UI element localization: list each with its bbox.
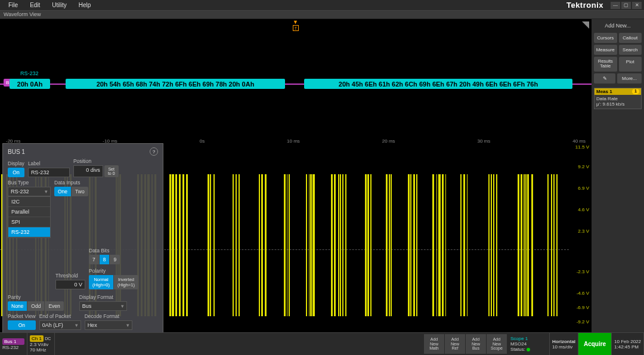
databits-9[interactable]: 9 (110, 255, 120, 264)
bus1-badge[interactable]: Bus 1 RS-232 (0, 333, 27, 355)
more-button[interactable]: More... (617, 73, 642, 84)
close-button[interactable]: ✕ (632, 2, 642, 9)
display-on-button[interactable]: On (8, 168, 24, 177)
waveform-title: Waveform View (0, 11, 644, 19)
datainputs-one[interactable]: One (54, 187, 72, 196)
bus-type-select[interactable]: RS-232 (8, 187, 51, 196)
measurement-box[interactable]: Meas 11 Data Rate μ': 9.615 kb/s (594, 88, 642, 109)
bottom-bar: Bus 1 RS-232 Ch 1 DC 2.3 V/div 70 MHz Ad… (0, 332, 644, 355)
decode-segment: 20h 54h 65h 68h 74h 72h 6Fh 6Eh 69h 78h … (66, 79, 285, 89)
results-table-button[interactable]: Results Table (594, 57, 617, 72)
side-header: Add New... (594, 21, 642, 31)
scope-info[interactable]: Scope 1 MSO24 Status: (508, 333, 550, 355)
add-bus-button[interactable]: Add New Bus (466, 334, 486, 354)
menu-utility[interactable]: Utility (46, 1, 72, 10)
bus-settings-panel: BUS 1 ? Display On Label RS-232 Position… (2, 143, 163, 332)
databits-8[interactable]: 8 (100, 255, 110, 264)
bustype-opt-rs232[interactable]: RS-232 (8, 227, 50, 237)
set-to-zero-button[interactable]: Set to 0 (104, 165, 119, 177)
minimize-button[interactable]: — (611, 2, 620, 9)
draw-button[interactable]: ✎ (594, 73, 615, 84)
bustype-opt-spi[interactable]: SPI (8, 217, 50, 227)
add-math-button[interactable]: Add New Math (424, 334, 444, 354)
menu-file[interactable]: File (2, 1, 24, 10)
brand-logo: Tektronix (566, 1, 607, 10)
parity-odd[interactable]: Odd (27, 301, 45, 311)
trigger-marker: ▼ T (293, 19, 299, 31)
callout-button[interactable]: Callout (619, 33, 642, 43)
side-panel: Add New... Cursors Callout Measure Searc… (592, 19, 644, 332)
polarity-normal[interactable]: Normal (High=0) (89, 275, 114, 289)
panel-title: BUS 1 (8, 149, 25, 155)
search-button[interactable]: Search (619, 45, 642, 55)
menu-help[interactable]: Help (73, 1, 97, 10)
databits-7[interactable]: 7 (89, 255, 100, 264)
status-dot-icon (527, 348, 530, 351)
decode-segment: 20h 0Ah (10, 79, 50, 89)
threshold-input[interactable]: 0 V (55, 280, 85, 289)
add-ref-button[interactable]: Add New Ref (445, 334, 465, 354)
cursors-button[interactable]: Cursors (594, 33, 617, 43)
maximize-button[interactable]: ▢ (621, 2, 631, 9)
add-scope-button[interactable]: Add New Scope (487, 334, 507, 354)
bus-decode-row: RS-232 B1 20h 0Ah 20h 54h 65h 68h 74h 72… (0, 79, 592, 89)
datainputs-two[interactable]: Two (72, 187, 88, 196)
parity-none[interactable]: None (8, 301, 27, 311)
acquire-button[interactable]: Acquire (578, 333, 612, 355)
horizontal-info[interactable]: Horizontal 10 ms/div (550, 333, 578, 355)
bustype-opt-i2c[interactable]: I2C (8, 197, 50, 207)
decode-format-select[interactable]: Hex (85, 320, 132, 330)
bus-type-options: I2C Parallel SPI RS-232 (8, 196, 51, 238)
parity-even[interactable]: Even (45, 301, 63, 311)
bus-protocol-label: RS-232 (20, 70, 39, 76)
corner-handle[interactable] (582, 21, 589, 29)
meas-label: Data Rate (596, 96, 639, 101)
datetime: 10 Feb 20221:42:45 PM (612, 333, 644, 355)
measure-button[interactable]: Measure (594, 45, 617, 55)
bustype-opt-parallel[interactable]: Parallel (8, 207, 50, 217)
menu-edit[interactable]: Edit (24, 1, 46, 10)
waveform-view[interactable]: ▼ T RS-232 B1 20h 0Ah 20h 54h 65h 68h 74… (0, 19, 592, 332)
menubar: File Edit Utility Help Tektronix — ▢ ✕ (0, 0, 644, 11)
packet-view-on[interactable]: On (8, 320, 36, 330)
ch1-badge[interactable]: Ch 1 DC 2.3 V/div 70 MHz (27, 333, 55, 355)
help-icon[interactable]: ? (150, 147, 158, 156)
position-input[interactable]: 0 divs (73, 165, 103, 177)
plot-button[interactable]: Plot (619, 57, 642, 72)
voltage-axis: 11.5 V 9.2 V 6.9 V 4.6 V 2.3 V -2.3 V -4… (570, 144, 590, 323)
bus-label-input[interactable]: RS-232 (28, 168, 70, 177)
polarity-inverted[interactable]: Inverted (High=1) (114, 275, 138, 289)
display-format-select[interactable]: Bus (79, 301, 127, 311)
meas-value: μ': 9.615 kb/s (596, 101, 639, 107)
eop-select[interactable]: 0Ah (LF) (39, 320, 81, 330)
decode-segment: 20h 45h 6Eh 61h 62h 6Ch 69h 6Eh 67h 20h … (304, 79, 572, 89)
